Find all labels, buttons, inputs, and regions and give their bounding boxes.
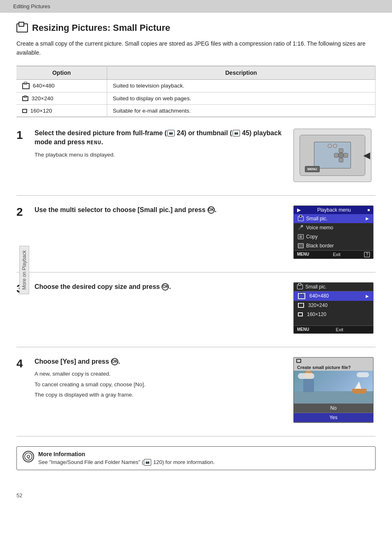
dialog-header [294,358,373,364]
menu2-item-320[interactable]: 320×240 [294,301,373,310]
smallpic-titlebar: Small pic. [294,283,373,291]
camera-screen [314,142,351,168]
size-label-160: 160×120 [30,108,52,114]
menu-item-voicememo[interactable]: 🎤 Voice memo [294,223,373,232]
create-dialog: Create small picture file? [293,357,374,423]
table-row: 160×120 Suitable for e-mail attachments. [16,104,376,117]
size-icon-medium [22,96,28,101]
camera-body: MENU [300,135,365,176]
table-row: 640×480 Suited to television playback. [16,79,376,92]
ok-button-icon-3: OK [161,283,169,291]
options-table: Option Description 640×480 Suited to tel… [16,66,376,117]
playback-menu-screenshot: ▶ Playback menu ■ Small pic. ▶ 🎤 Voice m… [293,205,374,259]
table-cell-option: 320×240 [16,92,107,104]
menu-footer-1: MENU Exit ? [294,250,373,258]
ref-icon-2: 📷 [233,130,240,136]
menu-keyword-1: MENU [87,139,101,145]
menu-keyword-footer-1: MENU [297,252,309,257]
page-footer: 52 [0,488,392,503]
ok-button-icon-4: OK [111,358,118,365]
step-number-1: 1 [16,129,35,141]
step-1-divider [16,195,376,196]
table-cell-option: 160×120 [16,104,107,117]
small-picture-icon [16,23,28,32]
smallpic-menu-screenshot: Small pic. 640×480 ▶ 320×240 160×120 [293,282,374,334]
menu2-item-label-2: 160×120 [307,312,326,317]
step-1-desc: The playback menu is displayed. [35,150,287,159]
ok-button-icon-2: OK [208,206,215,214]
step-4-desc1: A new, smaller copy is created. [35,369,287,378]
menu-button: MENU [305,166,320,172]
more-info-icon: Q [23,451,34,462]
voice-icon: 🎤 [298,225,304,230]
blackborder-icon [298,243,304,248]
step-4-desc2: To cancel creating a small copy, choose … [35,380,287,389]
main-content: Resizing Pictures: Small Picture Create … [0,13,392,488]
menu2-arrow: ▶ [366,294,369,298]
menu-exit-label-2: Exit [336,327,343,332]
menu-keyword-footer-2: MENU [297,327,309,332]
table-cell-desc: Suitable for e-mail attachments. [107,104,376,117]
smallpic-icon [298,216,304,221]
step-3-divider [16,347,376,347]
smallpic-title-icon [297,284,303,289]
size-icon-sm-2 [298,312,303,316]
step-4: 4 Choose [Yes] and press OK. A new, smal… [16,357,376,423]
table-cell-option: 640×480 [16,79,107,92]
more-info-box: Q More Information See "Image/Sound File… [16,446,376,471]
dialog-title: Create small picture file? [294,364,373,371]
more-info-text: See "Image/Sound File and Folder Names" … [38,459,215,466]
table-row: 320×240 Suited to display on web pages. [16,92,376,104]
step-4-title: Choose [Yes] and press OK. [35,357,287,366]
top-bar: Editing Pictures [0,0,392,13]
size-icon-large [22,83,30,89]
playback-menu-label: Playback menu [317,207,351,213]
help-icon: ? [364,252,370,257]
step-3-title: Choose the desired copy size and press O… [35,282,287,291]
page-title: Resizing Pictures: Small Picture [16,23,376,33]
menu-titlebar: ▶ Playback menu ■ [294,206,373,214]
step-2-title: Use the multi selector to choose [Small … [35,205,287,215]
menu-item-label-3: Black border [306,243,334,249]
ref-icon-1: 📷 [167,130,175,136]
table-cell-desc: Suited to television playback. [107,79,376,92]
dialog-header-icon [296,359,301,363]
menu-item-label-1: Voice memo [306,225,333,231]
menu-footer-2: MENU Exit [294,325,373,333]
size-icon-lg-2 [298,293,305,299]
intro-text: Create a small copy of the current pictu… [16,39,376,58]
menu-item-copy[interactable]: ⊞ Copy [294,232,373,241]
menu2-item-640[interactable]: 640×480 ▶ [294,291,373,301]
step-4-divider [16,436,376,436]
dialog-image-area [294,371,373,404]
step-2: 2 Use the multi selector to choose [Smal… [16,205,376,259]
dialog-choice-no[interactable]: No [294,404,373,413]
table-cell-desc: Suited to display on web pages. [107,92,376,104]
step-2-image: ▶ Playback menu ■ Small pic. ▶ 🎤 Voice m… [293,205,376,259]
table-header-option: Option [16,66,107,79]
menu-exit-label-1: Exit [333,252,340,257]
menu-item-arrow-0: ▶ [366,216,369,221]
smallpic-menu-title: Small pic. [305,284,327,290]
step-1: 1 Select the desired picture from full-f… [16,129,376,182]
table-header-desc: Description [107,66,376,79]
more-info-title: More Information [38,451,215,457]
menu-item-smallpic[interactable]: Small pic. ▶ [294,214,373,223]
step-number-4: 4 [16,357,35,369]
breadcrumb: Editing Pictures [13,3,50,9]
menu-item-blackborder[interactable]: Black border [294,241,373,250]
size-label-640: 640×480 [33,83,55,89]
camera-mockup: MENU ◀ [293,129,371,182]
step-4-image: Create small picture file? [293,357,376,423]
menu2-item-label-1: 320×240 [308,302,327,308]
step-3-body: Choose the desired copy size and press O… [35,282,293,295]
sidebar-label: More on Playback [19,246,29,294]
size-label-320: 320×240 [32,95,53,102]
dialog-choice-yes[interactable]: Yes [294,413,373,422]
size-icon-small [22,109,27,113]
menu-item-label-2: Copy [306,234,318,240]
menu-indicator: ■ [367,208,370,212]
menu2-item-160[interactable]: 160×120 [294,310,373,319]
menu2-item-label-0: 640×480 [309,293,329,299]
step-4-desc3: The copy is displayed with a gray frame. [35,390,287,399]
